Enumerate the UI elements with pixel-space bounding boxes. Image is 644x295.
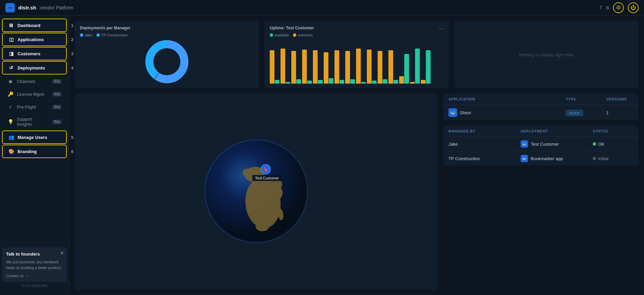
bar-orange [270,50,274,84]
legend-dot-jake [80,33,83,37]
sidebar-num-4: 4 [71,65,74,70]
license-icon: 🔑 [7,91,13,97]
dep-label-test-customer: Test Customer [531,142,559,147]
topbar-num8: 8 [606,5,609,10]
contact-link[interactable]: Contact us → [6,274,63,278]
bar-teal [307,81,312,84]
sidebar-num-3: 3 [71,51,74,56]
bar-orange [421,80,426,84]
sidebar-label-license: License Mgmt [17,92,48,97]
bar-teal [296,79,301,84]
donut-chart-title: Deployments per Manager [80,26,254,30]
dep-icon-2: 🐳 [521,155,528,162]
bar-teal [404,54,409,84]
col-deployment: DEPLOYMENT [521,129,593,133]
deployments-table-card: MANAGED BY DEPLOYMENT STATUS Jake 🐳 Test… [443,126,639,166]
bar-teal [383,79,387,84]
status-label-initial: Initial [598,156,608,161]
table-row: Jake 🐳 Test Customer OK [443,137,639,151]
bar-chart-more-menu[interactable]: ··· [439,26,443,32]
channels-pro-badge: Pro [53,79,61,84]
bar-orange [313,50,318,84]
bar-orange [378,51,382,84]
talk-close-button[interactable]: ✕ [60,250,64,256]
app-icon-shiori: 🐳 [448,108,457,117]
bar-orange [334,50,339,84]
settings-button[interactable]: ⚙ [613,2,624,13]
managed-by-jake: Jake [448,142,521,147]
status-dot-initial [593,157,596,160]
bar-teal [372,81,377,84]
applications-icon: ◫ [8,36,14,42]
dep-icon-1: 🐳 [521,140,528,148]
sidebar-label-channels: Channels [17,79,48,84]
manage-users-icon: 👥 [8,134,14,140]
bar-group [302,50,312,84]
sidebar-item-deployments[interactable]: ↺ Deployments 4 [2,61,67,75]
sidebar-item-dashboard[interactable]: ⊞ Dashboard 1 [2,19,67,32]
bar-teal [350,79,355,84]
bar-group [421,50,431,84]
preflight-pro-badge: Pro [53,105,61,109]
sidebar-item-branding[interactable]: 🎨 Branding 6 [2,145,67,158]
sidebar-item-support-insights[interactable]: 💡 Support Insights Pro [2,114,67,130]
applications-table-header: APPLICATION TYPE VERSIONS [443,94,639,105]
sidebar-item-customers[interactable]: ◨ Customers 3 [2,47,67,60]
dep-label-bookmarker: Bookmarker app [531,156,563,161]
table-row: 🐳 Shiori docker 1 [443,105,639,120]
settings-icon: ⚙ [616,4,621,11]
legend-dot-available [270,33,273,37]
topbar-num7: 7 [599,5,602,10]
power-button[interactable]: ⏻ [628,2,639,13]
svg-text:🔖: 🔖 [263,167,268,172]
version-text: 0.13.2 (65e0184) [2,282,67,290]
talk-title: Talk to founders [6,252,63,257]
globe-panel: 🔖 Test Customer [75,94,438,290]
bar-orange [291,51,296,84]
managed-by-tp: TP Construction [448,156,521,161]
bar-teal [361,82,366,84]
bar-group [345,51,355,84]
legend-label-jake: Jake [85,33,92,37]
donut-svg [145,40,189,84]
globe-container: 🔖 Test Customer [202,137,310,246]
legend-dot-tp [96,33,100,37]
sidebar-label-manage-users: Manage Users [18,135,61,140]
sidebar-item-channels[interactable]: ◉ Channels Pro [2,75,67,87]
status-ok: OK [593,142,633,147]
col-application: APPLICATION [448,97,566,101]
bar-teal [318,80,323,84]
preflight-icon: ✓ [7,104,13,110]
sidebar-item-applications[interactable]: ◫ Applications 2 [2,33,67,46]
svg-point-13 [270,185,283,200]
bar-chart-bars [270,40,443,84]
legend-available: available [270,33,289,37]
svg-point-14 [256,222,269,231]
charts-row: Deployments per Manager Jake TP Construc… [75,21,639,88]
bar-orange [410,82,415,84]
donut-legend: Jake TP Construction [80,33,254,37]
sidebar-label-deployments: Deployments [18,65,61,70]
sidebar-item-pre-flight[interactable]: ✓ Pre-Flight Pro [2,101,67,113]
bar-group [334,50,344,84]
legend-jake: Jake [80,33,92,37]
bar-group [324,52,333,84]
sidebar-num-6: 6 [71,149,74,154]
bar-orange [367,50,372,84]
brand-subtitle: Vendor Platform [39,5,73,10]
sidebar-label-customers: Customers [18,51,61,56]
dep-name-bookmarker: 🐳 Bookmarker app [521,155,593,162]
deployments-icon: ↺ [8,65,14,71]
sidebar-item-manage-users[interactable]: 👥 Manage Users 5 [2,130,67,144]
customers-icon: ◨ [8,51,14,57]
table-row: TP Construction 🐳 Bookmarker app Initial [443,151,639,166]
col-managed-by: MANAGED BY [448,129,521,133]
status-dot-ok [593,142,596,146]
bar-orange [324,52,328,84]
sidebar-item-license-mgmt[interactable]: 🔑 License Mgmt Pro [2,88,67,100]
legend-tp: TP Construction [96,33,128,37]
bar-teal [415,49,420,84]
bar-chart-header: Uptime: Test Customer available unknown … [270,26,443,40]
sidebar-label-support: Support Insights [17,117,48,127]
sidebar-num-1: 1 [71,23,74,28]
